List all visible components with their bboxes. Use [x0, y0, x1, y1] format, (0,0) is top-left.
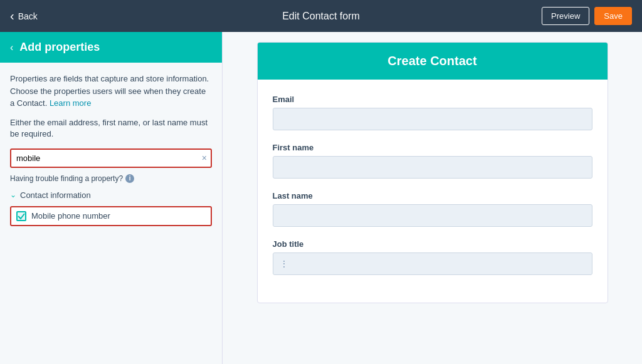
last-name-input[interactable] [273, 204, 592, 227]
top-bar: ‹ Back Edit Contact form Preview Save [0, 0, 642, 32]
checkmark-icon [18, 212, 25, 220]
property-item-mobile-phone[interactable]: Mobile phone number [10, 206, 212, 226]
sidebar-content: Properties are fields that capture and s… [0, 63, 222, 364]
first-name-input[interactable] [273, 156, 592, 179]
helper-text: Having trouble finding a property? i [10, 174, 212, 183]
sidebar-header: ‹ Add properties [0, 32, 222, 63]
last-name-label: Last name [273, 191, 592, 200]
drag-handle-icon[interactable]: ⋮ [280, 259, 288, 269]
form-field-last-name: Last name [273, 191, 592, 227]
sidebar: ‹ Add properties Properties are fields t… [0, 32, 223, 364]
sidebar-title: Add properties [19, 41, 100, 54]
top-bar-actions: Preview Save [542, 7, 632, 25]
email-input[interactable] [273, 108, 592, 130]
first-name-label: First name [273, 143, 592, 152]
sidebar-collapse-button[interactable]: ‹ [10, 42, 13, 53]
category-label: Contact information [20, 190, 91, 200]
content-area: Create Contact Email First name [223, 32, 642, 364]
search-clear-button[interactable]: × [202, 153, 207, 163]
sidebar-description: Properties are fields that capture and s… [10, 73, 212, 110]
form-title: Create Contact [387, 54, 476, 68]
save-button[interactable]: Save [594, 7, 632, 25]
search-input[interactable] [10, 148, 212, 168]
email-label: Email [273, 95, 592, 104]
chevron-down-icon: ⌄ [10, 190, 16, 199]
form-field-job-title: Job title ⋮ [273, 239, 592, 275]
form-header: Create Contact [258, 43, 608, 80]
required-note: Either the email address, first name, or… [10, 117, 212, 140]
form-card: Create Contact Email First name [257, 42, 608, 303]
form-field-email: Email [273, 95, 592, 130]
page-title: Edit Contact form [282, 11, 360, 22]
property-label: Mobile phone number [31, 211, 110, 221]
job-title-label: Job title [273, 239, 592, 249]
back-arrow-icon: ‹ [10, 9, 14, 23]
preview-button[interactable]: Preview [542, 7, 589, 25]
job-title-input[interactable]: ⋮ [273, 252, 592, 275]
back-button[interactable]: ‹ Back [10, 9, 38, 23]
main-layout: ‹ Add properties Properties are fields t… [0, 32, 642, 364]
category-toggle[interactable]: ⌄ Contact information [10, 190, 212, 200]
form-body: Email First name Last name [258, 80, 608, 303]
info-icon: i [125, 174, 134, 183]
search-wrapper: × [10, 148, 212, 168]
property-checkbox[interactable] [16, 211, 26, 221]
content-inner: Create Contact Email First name [257, 42, 608, 303]
learn-more-link[interactable]: Learn more [50, 98, 91, 108]
back-label: Back [18, 11, 38, 21]
form-field-first-name: First name [273, 143, 592, 179]
